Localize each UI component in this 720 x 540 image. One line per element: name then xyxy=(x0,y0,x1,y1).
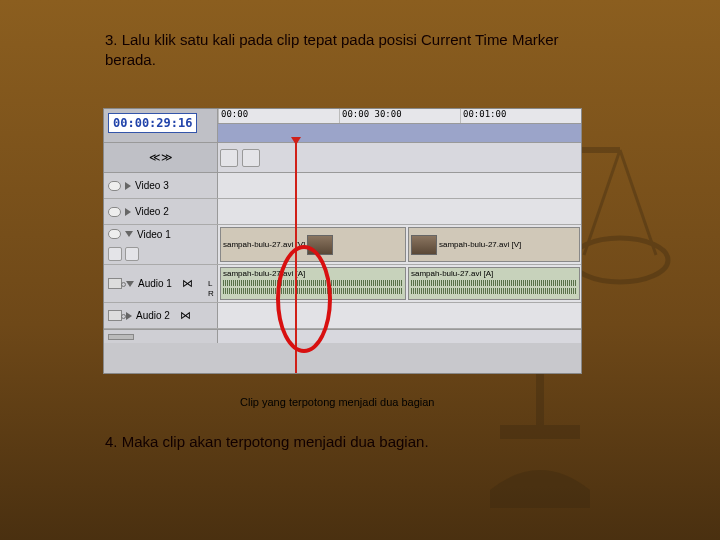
track-label: Video 1 xyxy=(137,229,171,240)
track-video2: Video 2 xyxy=(104,199,581,225)
audio-clip-1b[interactable]: sampah-bulu-27.avi [A] xyxy=(408,267,580,300)
zoom-slider[interactable] xyxy=(108,334,134,340)
track-video3: Video 3 xyxy=(104,173,581,199)
clip-thumbnail xyxy=(411,235,437,255)
eye-icon[interactable] xyxy=(108,207,121,217)
channel-r: R xyxy=(208,289,214,298)
expand-icon[interactable] xyxy=(125,182,131,190)
tools-label: ≪≫ xyxy=(104,143,218,172)
track-audio2: Audio 2 ⋈ xyxy=(104,303,581,329)
tools-row: ≪≫ xyxy=(104,143,581,173)
clip-thumbnail xyxy=(307,235,333,255)
track-video1: Video 1 sampah-bulu-27.avi [V] sampah-bu… xyxy=(104,225,581,265)
waveform xyxy=(223,280,403,286)
clip-label: sampah-bulu-27.avi [V] xyxy=(223,240,305,249)
audio-clip-1a[interactable]: sampah-bulu-27.avi [A] xyxy=(220,267,406,300)
snap-button[interactable] xyxy=(220,149,238,167)
time-ruler[interactable]: 00:00 00:00 30:00 00:01:00 xyxy=(218,109,581,124)
tool-button[interactable] xyxy=(242,149,260,167)
track-tool-button[interactable] xyxy=(125,247,139,261)
eye-icon[interactable] xyxy=(108,229,121,239)
step-3-text: 3. Lalu klik satu kali pada clip tepat p… xyxy=(105,30,605,69)
track-label: Video 2 xyxy=(135,206,169,217)
track-content[interactable] xyxy=(218,173,581,198)
expand-icon[interactable] xyxy=(126,312,132,320)
waveform xyxy=(411,280,577,286)
track-label: Video 3 xyxy=(135,180,169,191)
track-label: Audio 1 xyxy=(138,278,172,289)
ruler-area[interactable]: 00:00 00:00 30:00 00:01:00 xyxy=(218,109,581,142)
timeline-header: 00:00:29:16 00:00 00:00 30:00 00:01:00 xyxy=(104,109,581,143)
ruler-tick: 00:01:00 xyxy=(460,109,581,123)
eye-icon[interactable] xyxy=(108,181,121,191)
waveform xyxy=(411,288,577,294)
speaker-icon[interactable] xyxy=(108,278,122,289)
timecode-value[interactable]: 00:00:29:16 xyxy=(108,113,197,133)
step-4-text: 4. Maka clip akan terpotong menjadi dua … xyxy=(105,432,605,452)
track-tool-button[interactable] xyxy=(108,247,122,261)
track-content[interactable] xyxy=(218,303,581,328)
track-content[interactable]: sampah-bulu-27.avi [A] sampah-bulu-27.av… xyxy=(218,265,581,302)
clip-label: sampah-bulu-27.avi [A] xyxy=(411,269,493,278)
snap-tools xyxy=(218,143,581,172)
collapse-icon[interactable] xyxy=(126,281,134,287)
track-content[interactable]: sampah-bulu-27.avi [V] sampah-bulu-27.av… xyxy=(218,225,581,264)
clip-label: sampah-bulu-27.avi [V] xyxy=(439,240,521,249)
h-scrollbar[interactable] xyxy=(218,330,581,343)
video-clip-1a[interactable]: sampah-bulu-27.avi [V] xyxy=(220,227,406,262)
expand-icon[interactable] xyxy=(125,208,131,216)
screenshot-caption: Clip yang terpotong menjadi dua bagian xyxy=(240,396,434,408)
svg-point-1 xyxy=(572,238,668,282)
timecode-box: 00:00:29:16 xyxy=(104,109,218,142)
track-audio1: Audio 1 ⋈ sampah-bulu-27.avi [A] sampah-… xyxy=(104,265,581,303)
track-content[interactable] xyxy=(218,199,581,224)
ruler-tick: 00:00 xyxy=(218,109,339,123)
waveform xyxy=(223,288,403,294)
ruler-tick: 00:00 30:00 xyxy=(339,109,460,123)
current-time-indicator[interactable] xyxy=(295,143,297,373)
work-area-bar[interactable] xyxy=(218,124,581,142)
video-clip-1b[interactable]: sampah-bulu-27.avi [V] xyxy=(408,227,580,262)
collapse-icon[interactable] xyxy=(125,231,133,237)
speaker-icon[interactable] xyxy=(108,310,122,321)
track-label: Audio 2 xyxy=(136,310,170,321)
channel-l: L xyxy=(208,279,212,288)
timeline-panel: 00:00:29:16 00:00 00:00 30:00 00:01:00 ≪… xyxy=(103,108,582,374)
clip-label: sampah-bulu-27.avi [A] xyxy=(223,269,305,278)
